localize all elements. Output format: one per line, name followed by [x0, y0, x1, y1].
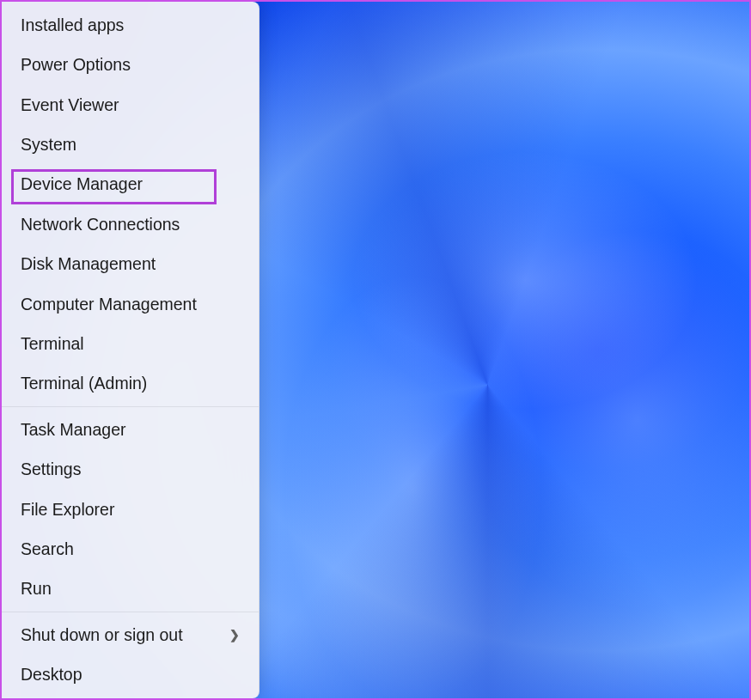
menu-item-label: Computer Management: [21, 295, 197, 314]
menu-device-manager[interactable]: Device Manager: [2, 165, 259, 204]
menu-item-label: Search: [21, 539, 74, 559]
menu-item-label: Network Connections: [21, 215, 180, 234]
menu-item-label: Device Manager: [21, 174, 143, 194]
menu-desktop[interactable]: Desktop: [2, 654, 259, 694]
menu-item-label: Event Viewer: [21, 95, 119, 115]
menu-terminal-admin[interactable]: Terminal (Admin): [2, 364, 259, 404]
menu-item-label: Desktop: [21, 665, 82, 685]
menu-item-label: Shut down or sign out: [21, 625, 183, 645]
menu-settings[interactable]: Settings: [2, 449, 259, 489]
menu-task-manager[interactable]: Task Manager: [2, 410, 259, 449]
menu-power-options[interactable]: Power Options: [2, 45, 259, 84]
menu-item-label: File Explorer: [21, 500, 114, 520]
menu-item-label: Disk Management: [21, 254, 156, 274]
menu-disk-management[interactable]: Disk Management: [2, 244, 259, 283]
menu-item-label: Settings: [21, 460, 81, 479]
menu-run[interactable]: Run: [2, 569, 259, 609]
menu-installed-apps[interactable]: Installed apps: [2, 5, 259, 45]
menu-item-label: System: [21, 135, 76, 155]
menu-file-explorer[interactable]: File Explorer: [2, 490, 259, 529]
menu-item-label: Power Options: [21, 55, 131, 75]
menu-separator: [2, 612, 259, 612]
menu-search[interactable]: Search: [2, 529, 259, 569]
menu-item-label: Terminal: [21, 334, 84, 354]
chevron-right-icon: ❯: [229, 628, 240, 642]
menu-item-label: Installed apps: [21, 15, 124, 35]
menu-terminal[interactable]: Terminal: [2, 324, 259, 363]
menu-system[interactable]: System: [2, 125, 259, 164]
menu-item-label: Run: [21, 579, 52, 599]
menu-event-viewer[interactable]: Event Viewer: [2, 85, 259, 125]
menu-shutdown[interactable]: Shut down or sign out ❯: [2, 615, 259, 654]
winx-context-menu: Installed apps Power Options Event Viewe…: [2, 2, 259, 698]
menu-item-label: Task Manager: [21, 420, 125, 440]
menu-separator: [2, 406, 259, 407]
menu-item-label: Terminal (Admin): [21, 374, 147, 393]
menu-network-connections[interactable]: Network Connections: [2, 204, 259, 244]
menu-computer-management[interactable]: Computer Management: [2, 284, 259, 324]
